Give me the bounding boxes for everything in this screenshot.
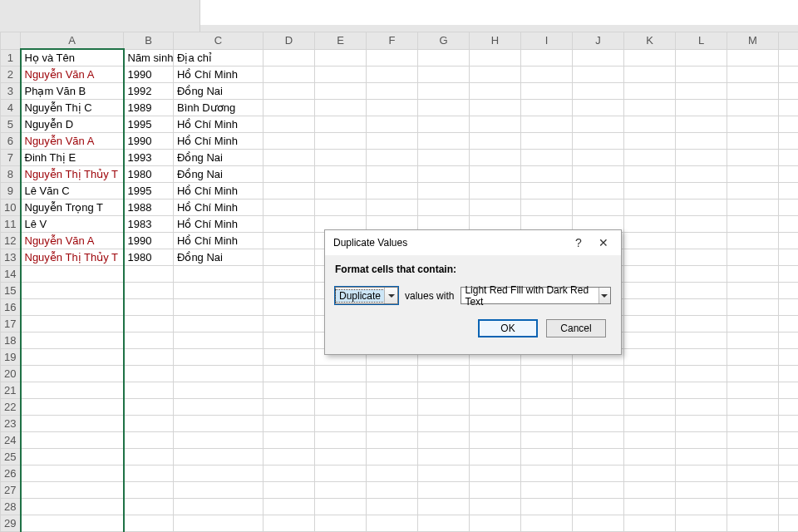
row-header-8[interactable]: 8 bbox=[1, 166, 21, 183]
cell[interactable] bbox=[727, 249, 779, 266]
cell[interactable] bbox=[470, 83, 521, 100]
cell-A24[interactable] bbox=[21, 432, 124, 449]
cell[interactable] bbox=[624, 449, 676, 466]
cell[interactable] bbox=[624, 116, 676, 133]
cell[interactable] bbox=[727, 449, 779, 466]
cell-C13[interactable]: Đồng Nai bbox=[174, 249, 264, 266]
cell-C12[interactable]: Hồ Chí Minh bbox=[174, 233, 264, 249]
cell-B13[interactable]: 1980 bbox=[124, 249, 174, 266]
cell[interactable] bbox=[521, 49, 573, 66]
cell[interactable] bbox=[727, 399, 779, 416]
cell[interactable] bbox=[315, 83, 367, 100]
cell-A22[interactable] bbox=[21, 399, 124, 416]
cell-A29[interactable] bbox=[21, 515, 124, 532]
cell[interactable] bbox=[521, 83, 573, 100]
cell[interactable] bbox=[779, 482, 799, 499]
row-header-21[interactable]: 21 bbox=[1, 382, 21, 399]
cell[interactable] bbox=[367, 466, 418, 482]
cell[interactable] bbox=[470, 432, 521, 449]
cell[interactable] bbox=[315, 515, 367, 532]
cell[interactable] bbox=[727, 200, 779, 216]
cell[interactable] bbox=[624, 166, 676, 183]
row-header-29[interactable]: 29 bbox=[1, 515, 21, 532]
cell[interactable] bbox=[676, 349, 727, 366]
cell[interactable] bbox=[727, 382, 779, 399]
cell-A16[interactable] bbox=[21, 299, 124, 316]
cell[interactable] bbox=[418, 49, 470, 66]
col-header-J[interactable]: J bbox=[573, 32, 624, 50]
row-header-15[interactable]: 15 bbox=[1, 283, 21, 299]
cell[interactable] bbox=[264, 515, 315, 532]
cell[interactable] bbox=[264, 449, 315, 466]
cell-B29[interactable] bbox=[124, 515, 174, 532]
cell[interactable] bbox=[573, 366, 624, 382]
cell[interactable] bbox=[264, 332, 315, 349]
cell[interactable] bbox=[573, 382, 624, 399]
cell[interactable] bbox=[264, 382, 315, 399]
cell[interactable] bbox=[624, 316, 676, 332]
cell-A10[interactable]: Nguyễn Trọng T bbox=[21, 200, 124, 216]
cell[interactable] bbox=[367, 382, 418, 399]
cell[interactable] bbox=[367, 183, 418, 200]
cell[interactable] bbox=[779, 366, 799, 382]
cell[interactable] bbox=[573, 515, 624, 532]
cell[interactable] bbox=[521, 183, 573, 200]
cell[interactable] bbox=[418, 166, 470, 183]
cell-C27[interactable] bbox=[174, 482, 264, 499]
cell[interactable] bbox=[727, 166, 779, 183]
cell[interactable] bbox=[315, 432, 367, 449]
cell[interactable] bbox=[779, 49, 799, 66]
cell[interactable] bbox=[779, 349, 799, 366]
cell-C16[interactable] bbox=[174, 299, 264, 316]
cell[interactable] bbox=[624, 482, 676, 499]
cell[interactable] bbox=[573, 100, 624, 116]
cell[interactable] bbox=[727, 416, 779, 432]
row-header-9[interactable]: 9 bbox=[1, 183, 21, 200]
cell[interactable] bbox=[779, 66, 799, 83]
row-header-16[interactable]: 16 bbox=[1, 299, 21, 316]
cell[interactable] bbox=[676, 133, 727, 150]
cell[interactable] bbox=[727, 233, 779, 249]
col-header-M[interactable]: M bbox=[727, 32, 779, 50]
cell[interactable] bbox=[367, 432, 418, 449]
cell[interactable] bbox=[367, 166, 418, 183]
cell-B18[interactable] bbox=[124, 332, 174, 349]
cell[interactable] bbox=[264, 83, 315, 100]
cell[interactable] bbox=[521, 200, 573, 216]
cell[interactable] bbox=[264, 299, 315, 316]
cell[interactable] bbox=[521, 133, 573, 150]
cell[interactable] bbox=[264, 349, 315, 366]
row-header-13[interactable]: 13 bbox=[1, 249, 21, 266]
cell[interactable] bbox=[264, 432, 315, 449]
cell[interactable] bbox=[470, 482, 521, 499]
cell[interactable] bbox=[624, 283, 676, 299]
cell[interactable] bbox=[521, 366, 573, 382]
cell-A21[interactable] bbox=[21, 382, 124, 399]
close-icon[interactable]: ✕ bbox=[591, 233, 616, 253]
cell[interactable] bbox=[624, 349, 676, 366]
cell-B19[interactable] bbox=[124, 349, 174, 366]
cell[interactable] bbox=[573, 133, 624, 150]
cell-C23[interactable] bbox=[174, 416, 264, 432]
cell[interactable] bbox=[779, 449, 799, 466]
cell[interactable] bbox=[573, 83, 624, 100]
cell[interactable] bbox=[676, 299, 727, 316]
cell-A23[interactable] bbox=[21, 416, 124, 432]
cell[interactable] bbox=[264, 499, 315, 515]
cell[interactable] bbox=[264, 466, 315, 482]
cell[interactable] bbox=[470, 66, 521, 83]
cell[interactable] bbox=[315, 166, 367, 183]
cell[interactable] bbox=[315, 416, 367, 432]
row-header-20[interactable]: 20 bbox=[1, 366, 21, 382]
cell[interactable] bbox=[418, 83, 470, 100]
row-header-17[interactable]: 17 bbox=[1, 316, 21, 332]
cell[interactable] bbox=[367, 449, 418, 466]
cell[interactable] bbox=[521, 116, 573, 133]
cell[interactable] bbox=[264, 166, 315, 183]
cell-C14[interactable] bbox=[174, 266, 264, 283]
dialog-titlebar[interactable]: Duplicate Values ? ✕ bbox=[325, 230, 621, 255]
cell-C18[interactable] bbox=[174, 332, 264, 349]
cell[interactable] bbox=[521, 416, 573, 432]
cell[interactable] bbox=[264, 49, 315, 66]
formula-bar[interactable] bbox=[200, 0, 798, 25]
